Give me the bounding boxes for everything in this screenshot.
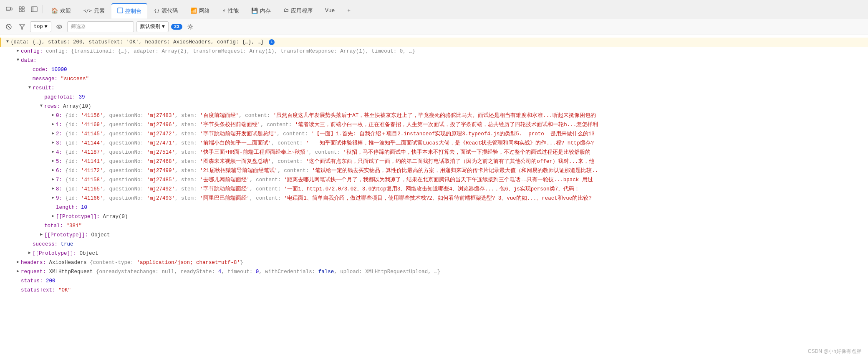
clear-console-button[interactable]: [3, 21, 14, 32]
list-item[interactable]: 3: {id: '41144', questionNo: 'mj27471', …: [0, 139, 868, 148]
list-item[interactable]: code: 10000: [0, 65, 868, 74]
list-item[interactable]: 9: {id: '41166', questionNo: 'mj27493', …: [0, 194, 868, 203]
list-item[interactable]: statusText: "OK": [0, 286, 868, 295]
list-item[interactable]: rows: Array(10): [0, 102, 868, 111]
tab-console-label: 控制台: [125, 8, 141, 15]
list-item[interactable]: config: config: {transitional: {…}, adap…: [0, 47, 868, 56]
elements-icon[interactable]: [16, 3, 28, 15]
expand-config-arrow[interactable]: [15, 48, 21, 54]
svg-rect-6: [22, 10, 24, 12]
svg-rect-5: [19, 10, 21, 12]
level-arrow-icon: ▼: [162, 24, 165, 30]
error-count-badge: 23: [171, 24, 182, 30]
filter-toggle-button[interactable]: [17, 21, 28, 32]
svg-rect-0: [6, 7, 10, 10]
tab-add[interactable]: +: [341, 3, 356, 18]
expand-row0-arrow[interactable]: [50, 112, 56, 118]
tab-memory[interactable]: 💾 内存: [245, 3, 277, 18]
performance-icon: ⚡: [222, 8, 226, 14]
expand-data-arrow[interactable]: [15, 57, 21, 63]
expand-proto-data-arrow[interactable]: [27, 250, 33, 256]
list-item[interactable]: headers: AxiosHeaders {content-type: 'ap…: [0, 258, 868, 267]
tab-elements[interactable]: </> 元素: [78, 3, 111, 18]
add-tab-label: +: [347, 8, 351, 14]
expand-root-arrow[interactable]: [5, 39, 10, 45]
console-settings-button[interactable]: [185, 21, 196, 32]
tab-welcome[interactable]: 🏠 欢迎: [45, 3, 77, 18]
context-value: top: [34, 24, 43, 30]
expand-row2-arrow[interactable]: [50, 131, 56, 137]
expand-row4-arrow[interactable]: [50, 149, 56, 155]
level-label: 默认级别: [140, 23, 160, 30]
log-level-dropdown[interactable]: 默认级别 ▼: [136, 21, 169, 32]
list-item[interactable]: pageTotal: 39: [0, 93, 868, 102]
eye-icon-button[interactable]: [54, 21, 65, 32]
tab-network[interactable]: 📶 网络: [184, 3, 216, 18]
expand-rows-arrow[interactable]: [38, 103, 44, 109]
list-item[interactable]: 0: {id: '41156', questionNo: 'mj27483', …: [0, 111, 868, 120]
tab-application[interactable]: 🗂 应用程序: [278, 3, 318, 18]
expand-row8-arrow[interactable]: [50, 186, 56, 192]
list-item[interactable]: 6: {id: '41172', questionNo: 'mj27499', …: [0, 166, 868, 175]
device-toolbar-icon[interactable]: [3, 3, 15, 15]
svg-rect-9: [118, 8, 123, 13]
tab-vue-label: Vue: [325, 8, 335, 14]
list-item[interactable]: message: "success": [0, 74, 868, 84]
memory-icon: 💾: [251, 8, 258, 14]
top-nav-bar: 🏠 欢迎 </> 元素 控制台 {} 源代码 📶 网络 ⚡ 性能 💾 内存 🗂 …: [0, 0, 868, 18]
expand-proto-array-arrow[interactable]: [50, 213, 56, 219]
expand-row9-arrow[interactable]: [50, 195, 56, 201]
tab-welcome-label: 欢迎: [60, 7, 71, 15]
svg-rect-4: [22, 7, 24, 9]
list-item[interactable]: total: "381": [0, 221, 868, 231]
list-item[interactable]: 8: {id: '41165', questionNo: 'mj27492', …: [0, 185, 868, 194]
svg-line-12: [8, 25, 10, 28]
tab-network-label: 网络: [199, 7, 210, 15]
list-item[interactable]: 4: {id: '41187', questionNo: 'mj27514', …: [0, 148, 868, 157]
tab-performance-label: 性能: [228, 7, 239, 15]
list-item[interactable]: success: true: [0, 240, 868, 249]
list-item[interactable]: 5: {id: '41141', questionNo: 'mj27468', …: [0, 157, 868, 166]
console-toolbar: top ▼ 筛选器 默认级别 ▼ 23: [0, 18, 868, 35]
list-item[interactable]: length: 10: [0, 203, 868, 212]
context-dropdown[interactable]: top ▼: [30, 21, 51, 32]
expand-row7-arrow[interactable]: [50, 177, 56, 183]
svg-point-16: [189, 25, 192, 28]
list-item[interactable]: status: 200: [0, 276, 868, 286]
svg-rect-7: [31, 7, 37, 12]
list-item[interactable]: data:: [0, 56, 868, 65]
expand-result-arrow[interactable]: [27, 85, 33, 91]
expand-request-arrow[interactable]: [15, 269, 21, 274]
tab-vue[interactable]: Vue: [319, 3, 341, 18]
expand-row1-arrow[interactable]: [50, 122, 56, 127]
expand-row3-arrow[interactable]: [50, 140, 56, 146]
expand-headers-arrow[interactable]: [15, 259, 21, 265]
list-item[interactable]: 7: {id: '41158', questionNo: 'mj27485', …: [0, 175, 868, 185]
list-item[interactable]: 1: {id: '41169', questionNo: 'mj27496', …: [0, 120, 868, 129]
welcome-icon: 🏠: [51, 8, 58, 14]
list-item[interactable]: [[Prototype]]: Object: [0, 231, 868, 240]
info-icon: i: [269, 39, 275, 45]
tab-console[interactable]: 控制台: [111, 3, 147, 18]
application-icon: 🗂: [283, 8, 289, 14]
list-item[interactable]: result:: [0, 84, 868, 93]
filter-input[interactable]: 筛选器: [67, 21, 134, 32]
svg-point-15: [58, 26, 60, 28]
list-item[interactable]: {data: {…}, status: 200, statusText: 'OK…: [0, 38, 868, 47]
list-item[interactable]: [[Prototype]]: Object: [0, 249, 868, 258]
svg-point-14: [57, 25, 62, 28]
expand-proto-result-arrow[interactable]: [38, 232, 44, 238]
tab-performance[interactable]: ⚡ 性能: [217, 3, 245, 18]
list-item[interactable]: 2: {id: '41145', questionNo: 'mj27472', …: [0, 129, 868, 139]
list-item[interactable]: [[Prototype]]: Array(0): [0, 212, 868, 221]
elements-tab-icon: </>: [83, 8, 92, 13]
list-item[interactable]: request: XMLHttpRequest {onreadystatecha…: [0, 267, 868, 276]
network-icon: 📶: [190, 8, 197, 14]
expand-row6-arrow[interactable]: [50, 167, 56, 173]
tab-memory-label: 内存: [260, 7, 271, 15]
nav-separator-1: [43, 5, 43, 13]
svg-rect-1: [11, 8, 12, 10]
expand-row5-arrow[interactable]: [50, 158, 56, 164]
sidebar-icon[interactable]: [28, 3, 40, 15]
tab-sources[interactable]: {} 源代码: [148, 3, 184, 18]
